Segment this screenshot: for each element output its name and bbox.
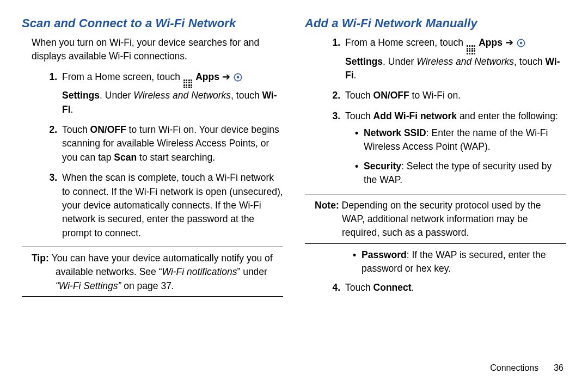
bullet-password: Password: If the WAP is secured, enter t… xyxy=(353,248,566,276)
wireless-networks: Wireless and Networks xyxy=(416,56,514,67)
text: and enter the following: xyxy=(457,111,558,121)
apps-label: Apps xyxy=(479,37,503,48)
text: Touch xyxy=(345,90,373,101)
right-step-4: Touch Connect. xyxy=(343,281,566,295)
divider xyxy=(22,296,283,297)
columns: Scan and Connect to a Wi-Fi Network When… xyxy=(22,16,566,392)
text: . xyxy=(412,282,414,293)
right-step-3: Touch Add Wi-Fi network and enter the fo… xyxy=(343,109,566,187)
scan-label: Scan xyxy=(114,152,137,163)
text: , touch xyxy=(514,56,545,67)
left-intro: When you turn on Wi-Fi, your device sear… xyxy=(32,36,283,64)
bullets-1: Network SSID: Enter the name of the Wi-F… xyxy=(345,126,566,187)
arrow-icon: ➔ xyxy=(503,37,516,48)
text: From a Home screen, touch xyxy=(345,37,466,48)
note-lead: Note: xyxy=(315,200,342,211)
text: . Under xyxy=(100,90,133,101)
wireless-networks: Wireless and Networks xyxy=(133,90,231,101)
sec-lead: Security xyxy=(364,161,401,171)
onoff-label: ON/OFF xyxy=(373,90,409,101)
bullet-security: Security: Select the type of security us… xyxy=(355,160,566,187)
left-heading: Scan and Connect to a Wi-Fi Network xyxy=(22,16,283,30)
text: to Wi-Fi on. xyxy=(409,90,461,101)
left-step-2: Touch ON/OFF to turn Wi-Fi on. Your devi… xyxy=(60,123,283,164)
right-steps-cont: Touch Connect. xyxy=(324,281,566,295)
svg-point-1 xyxy=(236,76,239,78)
settings-gear-icon xyxy=(516,38,526,48)
text: on page 37. xyxy=(121,280,174,291)
text: Depending on the security protocol used … xyxy=(342,200,541,238)
right-step-1: From a Home screen, touch Apps ➔ Setting… xyxy=(343,36,566,82)
text: . xyxy=(71,104,74,115)
divider xyxy=(22,247,283,247)
svg-point-11 xyxy=(519,42,522,45)
footer-section: Connections xyxy=(490,363,538,372)
settings-label: Settings xyxy=(345,56,383,67)
apps-label: Apps xyxy=(195,71,219,82)
tip-callout: Tip: You can have your device automatica… xyxy=(22,252,283,293)
connect-label: Connect xyxy=(373,282,412,293)
left-step-1: From a Home screen, touch Apps ➔ Setting… xyxy=(60,70,283,117)
settings-gear-icon xyxy=(233,72,243,82)
right-column: Add a Wi-Fi Network Manually From a Home… xyxy=(305,16,566,392)
bullet-ssid: Network SSID: Enter the name of the Wi-F… xyxy=(355,126,566,154)
text: Touch xyxy=(345,282,373,293)
right-heading: Add a Wi-Fi Network Manually xyxy=(305,16,566,30)
text: . Under xyxy=(383,56,416,67)
divider xyxy=(305,243,566,244)
footer-page: 36 xyxy=(554,363,564,372)
apps-grid-icon xyxy=(466,45,476,55)
left-column: Scan and Connect to a Wi-Fi Network When… xyxy=(22,16,283,392)
settings-label: Settings xyxy=(62,90,100,101)
text: When the scan is complete, touch a Wi-Fi… xyxy=(62,172,283,238)
text: Touch xyxy=(345,111,373,121)
page-footer: Connections36 xyxy=(490,363,564,373)
text: From a Home screen, touch xyxy=(62,71,183,82)
text: , touch xyxy=(231,90,262,101)
tip-lead: Tip: xyxy=(32,253,52,264)
tip-ref: “Wi-Fi Settings” xyxy=(56,280,121,291)
text: ” under xyxy=(237,266,267,277)
note-callout: Note: Depending on the security protocol… xyxy=(305,199,566,240)
bullets-2: Password: If the WAP is secured, enter t… xyxy=(343,248,566,276)
left-steps: From a Home screen, touch Apps ➔ Setting… xyxy=(41,70,283,240)
right-step-2: Touch ON/OFF to Wi-Fi on. xyxy=(343,89,566,102)
text: to start searching. xyxy=(137,152,215,163)
onoff-label: ON/OFF xyxy=(90,124,126,135)
right-steps: From a Home screen, touch Apps ➔ Setting… xyxy=(324,36,566,187)
apps-grid-icon xyxy=(183,79,193,89)
text: Touch xyxy=(62,124,90,135)
left-step-3: When the scan is complete, touch a Wi-Fi… xyxy=(60,171,283,240)
note-text: Note: Depending on the security protocol… xyxy=(315,199,566,240)
tip-text: Tip: You can have your device automatica… xyxy=(32,252,283,293)
pw-lead: Password xyxy=(362,249,407,260)
text: . xyxy=(354,70,357,81)
tip-em: Wi-Fi notifications xyxy=(162,266,237,277)
add-wifi-label: Add Wi-Fi network xyxy=(373,111,457,121)
ssid-lead: Network SSID xyxy=(364,127,426,138)
divider xyxy=(305,194,566,194)
manual-page: Scan and Connect to a Wi-Fi Network When… xyxy=(0,0,588,392)
arrow-icon: ➔ xyxy=(219,71,233,82)
